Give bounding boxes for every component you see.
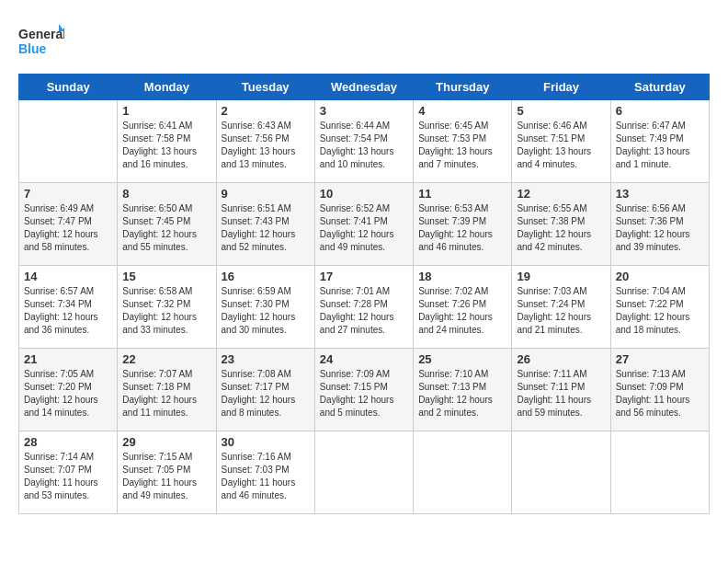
date-number: 10 bbox=[320, 187, 408, 201]
calendar-cell: 19Sunrise: 7:03 AM Sunset: 7:24 PM Dayli… bbox=[512, 266, 610, 349]
calendar-cell: 3Sunrise: 6:44 AM Sunset: 7:54 PM Daylig… bbox=[314, 100, 413, 183]
calendar-cell: 10Sunrise: 6:52 AM Sunset: 7:41 PM Dayli… bbox=[314, 183, 413, 266]
cell-sun-info: Sunrise: 6:57 AM Sunset: 7:34 PM Dayligh… bbox=[24, 285, 112, 337]
date-number: 1 bbox=[122, 104, 210, 118]
date-number: 14 bbox=[24, 270, 112, 283]
calendar-cell: 25Sunrise: 7:10 AM Sunset: 7:13 PM Dayli… bbox=[414, 349, 512, 431]
cell-sun-info: Sunrise: 7:01 AM Sunset: 7:28 PM Dayligh… bbox=[320, 285, 408, 337]
cell-sun-info: Sunrise: 6:43 AM Sunset: 7:56 PM Dayligh… bbox=[222, 120, 310, 171]
cell-sun-info: Sunrise: 6:58 AM Sunset: 7:32 PM Dayligh… bbox=[122, 285, 210, 337]
calendar-cell: 13Sunrise: 6:56 AM Sunset: 7:36 PM Dayli… bbox=[610, 183, 709, 266]
logo: GeneralBlue bbox=[18, 18, 64, 59]
cell-sun-info: Sunrise: 6:44 AM Sunset: 7:54 PM Dayligh… bbox=[320, 120, 408, 171]
date-number: 20 bbox=[616, 270, 704, 283]
cell-sun-info: Sunrise: 7:14 AM Sunset: 7:07 PM Dayligh… bbox=[24, 451, 112, 502]
cell-sun-info: Sunrise: 7:09 AM Sunset: 7:15 PM Dayligh… bbox=[320, 368, 408, 419]
date-number: 30 bbox=[222, 435, 310, 449]
date-number: 7 bbox=[24, 187, 112, 201]
date-number: 6 bbox=[616, 104, 704, 118]
calendar-cell bbox=[314, 431, 413, 514]
calendar-cell: 2Sunrise: 6:43 AM Sunset: 7:56 PM Daylig… bbox=[216, 100, 314, 183]
date-number: 16 bbox=[222, 270, 310, 283]
calendar-cell bbox=[19, 100, 118, 183]
date-number: 13 bbox=[616, 187, 704, 201]
date-number: 5 bbox=[517, 104, 605, 118]
cell-sun-info: Sunrise: 6:41 AM Sunset: 7:58 PM Dayligh… bbox=[122, 120, 210, 171]
calendar-week-5: 28Sunrise: 7:14 AM Sunset: 7:07 PM Dayli… bbox=[19, 431, 710, 514]
calendar-cell: 15Sunrise: 6:58 AM Sunset: 7:32 PM Dayli… bbox=[118, 266, 216, 349]
calendar-week-4: 21Sunrise: 7:05 AM Sunset: 7:20 PM Dayli… bbox=[19, 349, 710, 431]
date-number: 3 bbox=[320, 104, 408, 118]
cell-sun-info: Sunrise: 7:16 AM Sunset: 7:03 PM Dayligh… bbox=[222, 451, 310, 502]
calendar-cell: 1Sunrise: 6:41 AM Sunset: 7:58 PM Daylig… bbox=[118, 100, 216, 183]
calendar-cell bbox=[512, 431, 610, 514]
date-number: 12 bbox=[517, 187, 605, 201]
day-header-row: SundayMondayTuesdayWednesdayThursdayFrid… bbox=[19, 75, 710, 100]
calendar-week-2: 7Sunrise: 6:49 AM Sunset: 7:47 PM Daylig… bbox=[19, 183, 710, 266]
calendar-cell: 9Sunrise: 6:51 AM Sunset: 7:43 PM Daylig… bbox=[216, 183, 314, 266]
calendar-cell: 27Sunrise: 7:13 AM Sunset: 7:09 PM Dayli… bbox=[610, 349, 709, 431]
cell-sun-info: Sunrise: 7:10 AM Sunset: 7:13 PM Dayligh… bbox=[418, 368, 506, 419]
calendar-cell: 7Sunrise: 6:49 AM Sunset: 7:47 PM Daylig… bbox=[19, 183, 118, 266]
calendar-cell: 26Sunrise: 7:11 AM Sunset: 7:11 PM Dayli… bbox=[512, 349, 610, 431]
date-number: 21 bbox=[24, 352, 112, 366]
date-number: 19 bbox=[517, 270, 605, 283]
cell-sun-info: Sunrise: 7:03 AM Sunset: 7:24 PM Dayligh… bbox=[517, 285, 605, 337]
date-number: 28 bbox=[24, 435, 112, 449]
date-number: 17 bbox=[320, 270, 408, 283]
cell-sun-info: Sunrise: 6:49 AM Sunset: 7:47 PM Dayligh… bbox=[24, 202, 112, 254]
date-number: 26 bbox=[517, 352, 605, 366]
cell-sun-info: Sunrise: 6:45 AM Sunset: 7:53 PM Dayligh… bbox=[418, 120, 506, 171]
day-header-saturday: Saturday bbox=[610, 75, 709, 100]
date-number: 29 bbox=[122, 435, 210, 449]
calendar-week-3: 14Sunrise: 6:57 AM Sunset: 7:34 PM Dayli… bbox=[19, 266, 710, 349]
calendar-cell: 30Sunrise: 7:16 AM Sunset: 7:03 PM Dayli… bbox=[216, 431, 314, 514]
day-header-sunday: Sunday bbox=[19, 75, 118, 100]
cell-sun-info: Sunrise: 6:52 AM Sunset: 7:41 PM Dayligh… bbox=[320, 202, 408, 254]
calendar-cell: 21Sunrise: 7:05 AM Sunset: 7:20 PM Dayli… bbox=[19, 349, 118, 431]
calendar-cell: 17Sunrise: 7:01 AM Sunset: 7:28 PM Dayli… bbox=[314, 266, 413, 349]
date-number: 8 bbox=[122, 187, 210, 201]
header: GeneralBlue bbox=[18, 18, 710, 59]
date-number: 24 bbox=[320, 352, 408, 366]
calendar-cell: 11Sunrise: 6:53 AM Sunset: 7:39 PM Dayli… bbox=[414, 183, 512, 266]
cell-sun-info: Sunrise: 6:51 AM Sunset: 7:43 PM Dayligh… bbox=[222, 202, 310, 254]
calendar-table: SundayMondayTuesdayWednesdayThursdayFrid… bbox=[18, 74, 710, 514]
cell-sun-info: Sunrise: 7:04 AM Sunset: 7:22 PM Dayligh… bbox=[616, 285, 704, 337]
calendar-cell: 28Sunrise: 7:14 AM Sunset: 7:07 PM Dayli… bbox=[19, 431, 118, 514]
date-number: 9 bbox=[222, 187, 310, 201]
day-header-monday: Monday bbox=[118, 75, 216, 100]
cell-sun-info: Sunrise: 6:53 AM Sunset: 7:39 PM Dayligh… bbox=[418, 202, 506, 254]
calendar-cell: 23Sunrise: 7:08 AM Sunset: 7:17 PM Dayli… bbox=[216, 349, 314, 431]
cell-sun-info: Sunrise: 6:59 AM Sunset: 7:30 PM Dayligh… bbox=[222, 285, 310, 337]
day-header-friday: Friday bbox=[512, 75, 610, 100]
svg-text:Blue: Blue bbox=[18, 41, 47, 56]
date-number: 2 bbox=[222, 104, 310, 118]
calendar-week-1: 1Sunrise: 6:41 AM Sunset: 7:58 PM Daylig… bbox=[19, 100, 710, 183]
calendar-cell: 22Sunrise: 7:07 AM Sunset: 7:18 PM Dayli… bbox=[118, 349, 216, 431]
calendar-cell: 5Sunrise: 6:46 AM Sunset: 7:51 PM Daylig… bbox=[512, 100, 610, 183]
date-number: 27 bbox=[616, 352, 704, 366]
calendar-cell: 14Sunrise: 6:57 AM Sunset: 7:34 PM Dayli… bbox=[19, 266, 118, 349]
cell-sun-info: Sunrise: 7:02 AM Sunset: 7:26 PM Dayligh… bbox=[418, 285, 506, 337]
date-number: 15 bbox=[122, 270, 210, 283]
calendar-cell bbox=[610, 431, 709, 514]
day-header-tuesday: Tuesday bbox=[216, 75, 314, 100]
svg-text:General: General bbox=[18, 27, 64, 41]
calendar-cell bbox=[414, 431, 512, 514]
calendar-cell: 8Sunrise: 6:50 AM Sunset: 7:45 PM Daylig… bbox=[118, 183, 216, 266]
calendar-cell: 29Sunrise: 7:15 AM Sunset: 7:05 PM Dayli… bbox=[118, 431, 216, 514]
logo-svg: GeneralBlue bbox=[18, 22, 64, 59]
cell-sun-info: Sunrise: 6:50 AM Sunset: 7:45 PM Dayligh… bbox=[122, 202, 210, 254]
calendar-cell: 18Sunrise: 7:02 AM Sunset: 7:26 PM Dayli… bbox=[414, 266, 512, 349]
cell-sun-info: Sunrise: 7:08 AM Sunset: 7:17 PM Dayligh… bbox=[222, 368, 310, 419]
calendar-cell: 12Sunrise: 6:55 AM Sunset: 7:38 PM Dayli… bbox=[512, 183, 610, 266]
day-header-wednesday: Wednesday bbox=[314, 75, 413, 100]
date-number: 25 bbox=[418, 352, 506, 366]
date-number: 18 bbox=[418, 270, 506, 283]
cell-sun-info: Sunrise: 7:05 AM Sunset: 7:20 PM Dayligh… bbox=[24, 368, 112, 419]
calendar-cell: 4Sunrise: 6:45 AM Sunset: 7:53 PM Daylig… bbox=[414, 100, 512, 183]
date-number: 4 bbox=[418, 104, 506, 118]
date-number: 23 bbox=[222, 352, 310, 366]
cell-sun-info: Sunrise: 7:07 AM Sunset: 7:18 PM Dayligh… bbox=[122, 368, 210, 419]
